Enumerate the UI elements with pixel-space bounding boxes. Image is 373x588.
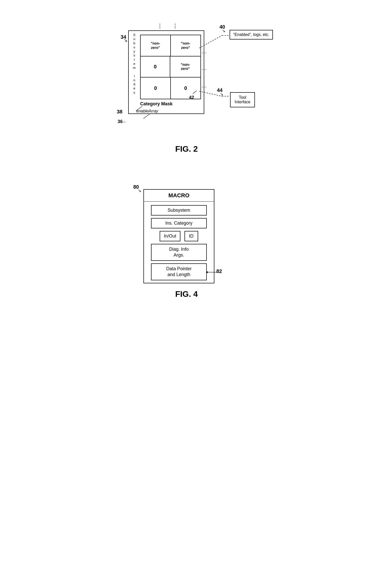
macro-outer-box: MACRO Subsystem Ins. Category In/Out ID … [143,189,214,283]
grid-cell-1-1: "non-zero" [141,35,171,56]
ref-82-arrow [205,271,220,276]
macro-item-row-inout-id: In/Out ID [151,231,207,241]
ref-42: 42 [189,95,194,100]
svg-text:⋮: ⋮ [172,23,178,29]
macro-item-ins-category: Ins. Category [151,218,207,228]
enable-array-label: enableArray [136,109,158,113]
data-pointer-container: Data Pointerand Length 82 [151,263,207,280]
macro-item-inout: In/Out [160,231,180,241]
enabled-box: "Enabled", logs, etc. [230,30,273,40]
fig4-section: 80 ↘ MACRO Subsystem Ins. Category In/Ou… [98,184,275,299]
grid-row-1: "non-zero" "non-zero" [141,35,200,56]
grid-cell-2-2: "non-zero" [170,56,200,77]
grid-cell-1-2: "non-zero" [171,35,200,56]
fig2-outer-box: SubsystemIndex "non-zero" "non-zero" 0 "… [128,30,204,114]
fig2-diagram: ⋮ ⋮ … … … [110,20,263,142]
svg-text:⋮: ⋮ [157,23,163,29]
macro-item-id: ID [184,231,198,241]
fig4-diagram: 80 ↘ MACRO Subsystem Ins. Category In/Ou… [123,184,250,283]
fig2-title: FIG. 2 [85,144,288,154]
macro-title: MACRO [144,190,214,202]
subsystem-index-label: SubsystemIndex [130,33,139,111]
macro-item-diag-info: Diag. InfoArgs. [151,244,207,261]
tool-interface-box: ToolInterface [230,92,255,107]
fig4-title: FIG. 4 [98,289,275,299]
category-mask-label: Category Mask [140,101,173,107]
grid-row-2: 0 "non-zero" [141,56,200,78]
ref-36: 36← [118,119,127,124]
category-grid: "non-zero" "non-zero" 0 "non-zero" 0 0 [140,35,201,99]
svg-line-10 [143,114,150,119]
grid-cell-2-1: 0 [141,56,170,77]
macro-item-subsystem: Subsystem [151,205,207,215]
fig2-section: ⋮ ⋮ … … … [85,20,288,154]
page-container: ⋮ ⋮ … … … [0,0,373,588]
macro-item-data-pointer: Data Pointerand Length [151,263,207,280]
ref-38: 38 [117,109,122,115]
grid-cell-3-1: 0 [141,77,171,99]
svg-marker-13 [206,271,208,273]
grid-cell-3-2: 0 [171,77,200,99]
